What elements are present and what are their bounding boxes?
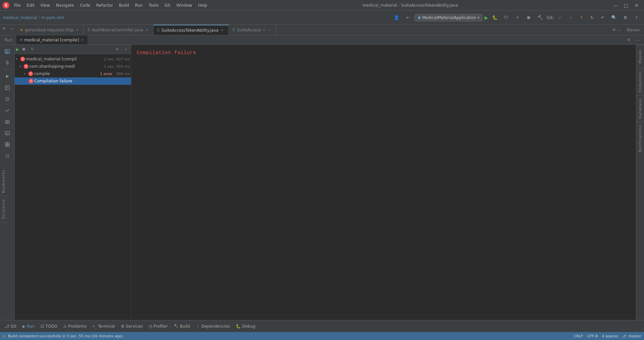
- bottom-dependencies-btn[interactable]: ⋮ Dependencies: [193, 323, 232, 330]
- tree-leaf-item[interactable]: ! Compilation failure: [15, 77, 131, 85]
- rebuild-button[interactable]: 🔨: [536, 14, 545, 22]
- git-revert[interactable]: ↶: [598, 14, 607, 22]
- svg-rect-8: [5, 86, 9, 90]
- settings-run-icon[interactable]: ⚙: [625, 36, 633, 44]
- todo-label: TODO: [45, 324, 57, 329]
- http-file-icon: ≡: [20, 28, 23, 32]
- sidebar-run-icon[interactable]: [1, 71, 13, 82]
- sidebar-build-icon[interactable]: [1, 82, 13, 93]
- sidebar-pin-icon[interactable]: [1, 150, 13, 161]
- search-everywhere-btn[interactable]: 🔍: [609, 14, 619, 22]
- tab-suite-access-token-ability[interactable]: C SuiteAccessTokenAbility.java ✕: [153, 25, 229, 35]
- menu-refactor[interactable]: Refactor: [93, 2, 115, 8]
- menu-help[interactable]: Help: [195, 2, 210, 8]
- run-label: Run:: [2, 38, 16, 42]
- debug-button[interactable]: 🐛: [490, 14, 500, 22]
- structure-label[interactable]: Structure: [0, 196, 7, 223]
- indent[interactable]: 4 spaces: [602, 334, 618, 338]
- git-checkmark1[interactable]: ✓: [555, 14, 565, 22]
- menu-tools[interactable]: Tools: [146, 2, 161, 8]
- maven-tab[interactable]: Maven: [623, 25, 644, 35]
- sidebar-terminal-icon[interactable]: [1, 128, 13, 138]
- endpoints-panel-label[interactable]: Endpoints: [636, 68, 644, 95]
- status-message[interactable]: Build completed successfully in 3 sec, 5…: [8, 334, 123, 338]
- tab-generated-requests[interactable]: ≡ generated-requests.http ✕: [16, 25, 84, 35]
- svg-rect-19: [5, 145, 7, 146]
- build-filter-btn[interactable]: ⊘: [113, 46, 121, 53]
- run-tab-close[interactable]: ✕: [80, 38, 84, 42]
- settings-tabs-icon[interactable]: ⚙: [612, 28, 616, 32]
- build-run-btn[interactable]: ▶: [16, 47, 19, 52]
- updates-btn[interactable]: ↑: [632, 14, 641, 22]
- menu-edit[interactable]: Edit: [24, 2, 37, 8]
- menu-window[interactable]: Window: [174, 2, 195, 8]
- run-button[interactable]: ▶: [485, 15, 488, 20]
- tab-more-button[interactable]: ⋯: [267, 28, 272, 32]
- menu-run[interactable]: Run: [132, 2, 145, 8]
- expand-icon: ▾: [24, 72, 27, 75]
- bottom-services-btn[interactable]: ⚙ Services: [118, 323, 145, 330]
- bookmarks-label[interactable]: Bookmarks: [0, 167, 7, 196]
- minimize-button[interactable]: —: [611, 2, 620, 9]
- menu-file[interactable]: File: [11, 2, 23, 8]
- run-config-dropdown[interactable]: ● MedicalMaterialApplication ▾: [415, 14, 482, 21]
- sidebar-commit-icon[interactable]: [1, 57, 13, 68]
- git-refresh[interactable]: ↻: [587, 14, 597, 22]
- bottom-debug-btn[interactable]: 🐛 Debug: [233, 323, 258, 330]
- coverage-button[interactable]: 🛡: [502, 14, 511, 22]
- bottom-run-btn[interactable]: ▶ Run: [20, 323, 37, 330]
- menu-navigate[interactable]: Navigate: [53, 2, 77, 8]
- menu-build[interactable]: Build: [116, 2, 132, 8]
- tab-expand-button[interactable]: ▾: [262, 28, 265, 32]
- build-scroll-btn[interactable]: ↓: [122, 46, 130, 53]
- bottom-todo-btn[interactable]: ☑ TODO: [38, 323, 60, 330]
- git-push[interactable]: ↑: [577, 14, 586, 22]
- build-stop-btn[interactable]: ⏹: [20, 46, 28, 53]
- back-btn[interactable]: ←: [403, 14, 413, 22]
- tab-close-button[interactable]: ✕: [220, 28, 224, 32]
- menu-view[interactable]: View: [38, 2, 52, 8]
- run-compile-tab[interactable]: m medical_material [compile] ✕: [16, 35, 88, 44]
- tree-root-item[interactable]: ▾ ! medical_material [compil 2 sec, 437 …: [15, 55, 131, 63]
- stop-button[interactable]: ⏹: [524, 14, 534, 22]
- tab-close-button[interactable]: ✕: [145, 28, 149, 32]
- run-tab-actions: ⚙ —: [625, 36, 642, 44]
- vcs-branch[interactable]: ⎇ master: [622, 334, 641, 338]
- bottom-build-btn[interactable]: 🔨 Build: [171, 323, 193, 330]
- pom-file-link[interactable]: m pom.xml: [41, 15, 64, 20]
- project-name-link[interactable]: medical_material: [3, 15, 37, 20]
- notifications-panel-label[interactable]: Notifications: [636, 122, 644, 155]
- encoding[interactable]: UTF-8: [587, 334, 598, 338]
- sidebar-watch-icon[interactable]: [1, 94, 13, 104]
- sidebar-project-icon[interactable]: [1, 46, 13, 57]
- close-button[interactable]: ✕: [632, 2, 641, 9]
- tab-close-button[interactable]: ✕: [75, 28, 79, 32]
- settings-btn[interactable]: ⚙: [621, 14, 630, 22]
- git-checkmark2[interactable]: ✓: [566, 14, 575, 22]
- tree-child1-item[interactable]: ▾ ! com.shanhaiping:medi 1 sec, 150 ms: [15, 63, 131, 70]
- database-panel-label[interactable]: Database: [636, 95, 644, 122]
- profile-button[interactable]: ⚡: [513, 14, 522, 22]
- tree-child2-item[interactable]: ▾ ! compile 1 error 390 ms: [15, 70, 131, 77]
- bottom-problems-btn[interactable]: ⚠ Problems: [61, 323, 89, 330]
- maximize-button[interactable]: □: [621, 2, 631, 9]
- menu-git[interactable]: Git: [162, 2, 173, 8]
- tab-auth-notice-controller[interactable]: C AuthNoticeController.java ✕: [84, 25, 153, 35]
- vcs-btn[interactable]: 👤: [392, 14, 401, 22]
- line-separator[interactable]: CRLF: [574, 334, 583, 338]
- bottom-profiler-btn[interactable]: ◷ Profiler: [146, 323, 170, 330]
- services-label: Services: [126, 324, 143, 329]
- bottom-terminal-btn[interactable]: >_ Terminal: [90, 323, 118, 330]
- hide-run-panel-icon[interactable]: —: [634, 36, 642, 44]
- sidebar-camera-icon[interactable]: [1, 116, 13, 127]
- build-rerun-btn[interactable]: ↻: [28, 46, 36, 53]
- hide-tab-icon[interactable]: —: [8, 25, 16, 32]
- sidebar-grid-icon[interactable]: [1, 139, 13, 150]
- bottom-git-btn[interactable]: ⎇ Git: [2, 323, 19, 330]
- sidebar-analyze-icon[interactable]: [1, 105, 13, 116]
- menu-code[interactable]: Code: [77, 2, 93, 8]
- hide-tabs-icon[interactable]: —: [617, 28, 621, 32]
- maven-panel-label[interactable]: Maven: [636, 45, 644, 68]
- settings-tab-icon[interactable]: ⚙: [0, 25, 8, 32]
- tab-suite-access[interactable]: C SuiteAccess ▾ ⋯: [229, 25, 276, 35]
